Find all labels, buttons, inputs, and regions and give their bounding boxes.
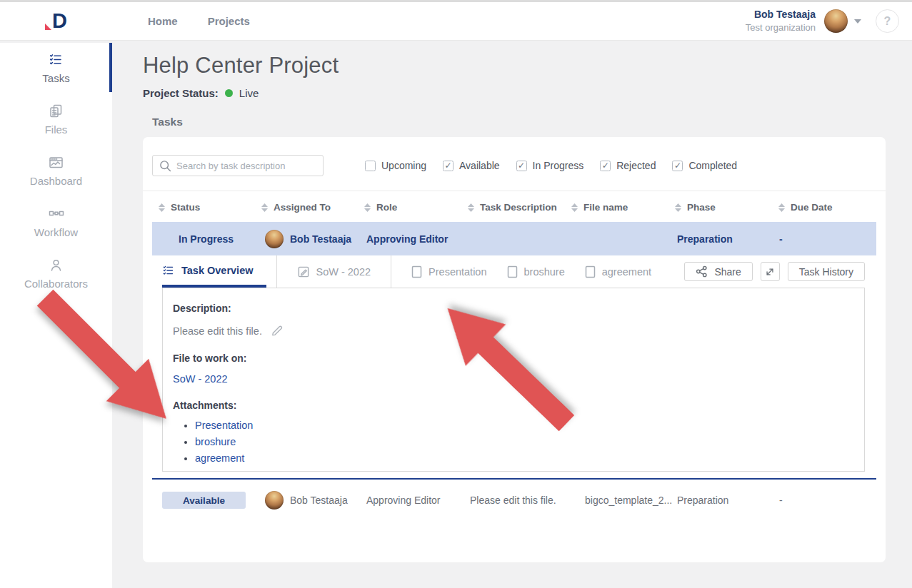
dashboard-icon [49,154,64,170]
user-names: Bob Testaaja Test organization [746,8,816,34]
nav-home[interactable]: Home [148,15,178,27]
description-value: Please edit this file. [173,325,262,337]
tasks-card: Upcoming Available In Progress Rejected … [143,137,886,562]
assignee-name: Bob Testaaja [290,233,351,245]
help-button[interactable]: ? [876,9,899,33]
cell-file-name: bigco_template_2... [565,495,668,506]
column-label: File name [583,202,628,213]
file-to-work-on-link[interactable]: SoW - 2022 [173,373,228,385]
attachment-link-broshure[interactable]: broshure [195,436,236,447]
table-row-selected[interactable]: In Progress Bob Testaaja Approving Edito… [152,222,876,255]
avatar[interactable] [824,9,848,33]
search-input[interactable] [176,161,316,171]
checkbox-checked-icon[interactable] [443,161,454,171]
sort-icon[interactable] [675,203,681,212]
sidebar-item-collaborators[interactable]: Collaborators [0,248,112,298]
sort-icon[interactable] [261,203,268,212]
tab-label: Task Overview [181,265,254,276]
tasks-section-title: Tasks [143,116,886,128]
cell-phase: Preparation [668,495,772,506]
user-cluster: Bob Testaaja Test organization ? [746,8,912,34]
attachment-link-presentation[interactable]: Presentation [195,420,253,431]
cell-assigned-to: Bob Testaaja [255,230,358,248]
document-icon [411,265,422,278]
edit-pencil-icon[interactable] [271,325,283,337]
sidebar-item-label: Workflow [34,226,78,238]
task-history-button[interactable]: Task History [788,262,865,281]
attachments-label: Attachments: [173,400,854,411]
search-box[interactable] [152,155,324,176]
column-header-assigned-to[interactable]: Assigned To [255,202,358,213]
app-logo[interactable]: D [0,11,112,31]
tasks-table: Status Assigned To Role Task Description… [152,191,876,517]
expand-icon [765,267,775,277]
chevron-down-icon[interactable] [854,19,861,24]
tab-broshure[interactable]: broshure [497,255,575,288]
sidebar-item-workflow[interactable]: Workflow [0,197,112,246]
filter-row: Upcoming Available In Progress Rejected … [143,137,886,191]
checkbox-checked-icon[interactable] [516,161,527,171]
filter-upcoming[interactable]: Upcoming [365,160,426,171]
filter-in-progress[interactable]: In Progress [516,160,584,171]
tab-agreement[interactable]: agreement [575,255,661,288]
cell-status: Available [152,492,255,509]
sidebar-item-files[interactable]: Files [0,94,112,143]
status-dot-icon [225,89,233,97]
tab-label: agreement [602,266,651,278]
cell-task-description: Please edit this file. [461,495,565,506]
attachment-link-agreement[interactable]: agreement [195,452,244,464]
checkbox-unchecked-icon[interactable] [365,161,376,171]
assignee-name: Bob Testaaja [290,495,348,506]
attachments-list: Presentation broshure agreement [195,420,854,464]
nav-projects[interactable]: Projects [208,15,250,27]
sort-icon[interactable] [778,203,785,212]
column-header-due-date[interactable]: Due Date [772,202,876,213]
sidebar-item-dashboard[interactable]: Dashboard [0,146,112,195]
description-line: Please edit this file. [173,325,854,337]
attachment-item: broshure [195,436,854,447]
checkbox-checked-icon[interactable] [672,161,683,171]
edit-document-icon [297,265,310,278]
filter-completed[interactable]: Completed [672,160,737,171]
sort-icon[interactable] [468,203,474,212]
column-label: Assigned To [274,202,331,213]
column-header-status[interactable]: Status [152,202,255,213]
tasks-icon [49,51,64,67]
files-icon [49,103,64,118]
main-content: Help Center Project Project Status: Live… [112,43,912,588]
sidebar-item-label: Files [45,123,68,136]
tab-sow-2022[interactable]: SoW - 2022 [287,255,381,288]
tab-task-overview[interactable]: Task Overview [162,255,266,288]
checkbox-checked-icon[interactable] [600,161,611,171]
column-label: Task Description [480,202,557,213]
divider [391,255,391,288]
tab-label: SoW - 2022 [316,266,371,278]
table-header-row: Status Assigned To Role Task Description… [152,191,876,222]
checkbox-label: Completed [688,160,737,171]
column-label: Role [376,202,397,213]
table-row[interactable]: Available Bob Testaaja Approving Editor … [152,483,876,517]
column-header-role[interactable]: Role [358,202,461,213]
cell-assigned-to: Bob Testaaja [255,491,358,510]
filter-available[interactable]: Available [443,160,500,171]
logo-d-mark: D [45,11,67,31]
column-header-file-name[interactable]: File name [565,202,668,213]
project-status-line: Project Status: Live [143,87,886,99]
sort-icon[interactable] [364,203,371,212]
expand-button[interactable] [761,262,780,281]
filter-rejected[interactable]: Rejected [600,160,656,171]
column-header-phase[interactable]: Phase [668,202,772,213]
sidebar-item-tasks[interactable]: Tasks [0,43,112,92]
sort-icon[interactable] [571,203,578,212]
tab-label: Presentation [429,266,486,278]
sort-icon[interactable] [159,203,165,212]
column-header-task-description[interactable]: Task Description [461,202,565,213]
sidebar-item-label: Tasks [42,72,69,84]
tab-presentation[interactable]: Presentation [401,255,496,288]
project-status-value: Live [239,87,259,99]
share-button[interactable]: Share [684,262,752,281]
collaborators-icon [49,257,64,273]
status-badge: Available [162,492,246,509]
checkbox-label: Available [459,160,500,171]
search-icon [159,160,171,172]
